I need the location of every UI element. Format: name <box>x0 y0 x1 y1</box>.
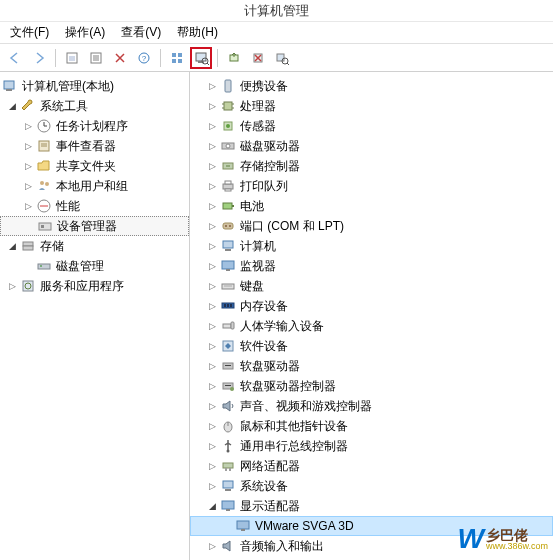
device-computer[interactable]: ▷计算机 <box>190 236 553 256</box>
device-usb[interactable]: ▷通用串行总线控制器 <box>190 436 553 456</box>
device-mice[interactable]: ▷鼠标和其他指针设备 <box>190 416 553 436</box>
device-sound[interactable]: ▷声音、视频和游戏控制器 <box>190 396 553 416</box>
expander-icon[interactable]: ▷ <box>206 300 218 312</box>
up-button[interactable] <box>61 47 83 69</box>
svg-rect-67 <box>224 304 226 307</box>
expander-icon[interactable]: ▷ <box>206 80 218 92</box>
tree-shared-folders[interactable]: ▷共享文件夹 <box>0 156 189 176</box>
expander-icon[interactable]: ▷ <box>206 180 218 192</box>
floppy-drive-icon <box>220 358 236 374</box>
tree-device-manager[interactable]: 设备管理器 <box>0 216 189 236</box>
device-floppy-controllers[interactable]: ▷软盘驱动器控制器 <box>190 376 553 396</box>
expander-icon[interactable]: ▷ <box>206 380 218 392</box>
show-hidden-button[interactable] <box>190 47 212 69</box>
expander-icon[interactable]: ▷ <box>206 320 218 332</box>
nav-back-button[interactable] <box>4 47 26 69</box>
expander-icon[interactable]: ▷ <box>206 360 218 372</box>
device-software[interactable]: ▷软件设备 <box>190 336 553 356</box>
tree-root-computer-management[interactable]: 计算机管理(本地) <box>0 76 189 96</box>
svg-rect-87 <box>226 509 230 511</box>
svg-rect-63 <box>226 269 230 271</box>
svg-rect-55 <box>223 203 232 209</box>
sensor-icon <box>220 118 236 134</box>
device-floppy-drives[interactable]: ▷软盘驱动器 <box>190 356 553 376</box>
device-hid[interactable]: ▷人体学输入设备 <box>190 316 553 336</box>
expander-icon[interactable]: ▷ <box>206 540 218 552</box>
tree-performance[interactable]: ▷性能 <box>0 196 189 216</box>
svg-rect-83 <box>229 468 231 471</box>
device-ports[interactable]: ▷端口 (COM 和 LPT) <box>190 216 553 236</box>
expander-icon[interactable]: ▷ <box>206 240 218 252</box>
expander-icon[interactable]: ◢ <box>6 100 18 112</box>
update-driver-button[interactable] <box>223 47 245 69</box>
printer-icon <box>220 178 236 194</box>
expander-icon[interactable]: ▷ <box>206 220 218 232</box>
uninstall-button[interactable] <box>247 47 269 69</box>
device-processors[interactable]: ▷处理器 <box>190 96 553 116</box>
menu-view[interactable]: 查看(V) <box>113 22 169 43</box>
svg-rect-33 <box>39 223 51 230</box>
tree-disk-mgmt[interactable]: 磁盘管理 <box>0 256 189 276</box>
svg-point-59 <box>229 225 231 227</box>
expander-icon[interactable]: ▷ <box>22 160 34 172</box>
expander-icon[interactable]: ▷ <box>206 160 218 172</box>
device-memory[interactable]: ▷内存设备 <box>190 296 553 316</box>
watermark-logo-icon: W <box>458 523 482 555</box>
menu-action[interactable]: 操作(A) <box>57 22 113 43</box>
device-print-queue[interactable]: ▷打印队列 <box>190 176 553 196</box>
menu-file[interactable]: 文件(F) <box>2 22 57 43</box>
expander-icon[interactable]: ▷ <box>206 200 218 212</box>
tile-button[interactable] <box>166 47 188 69</box>
device-portable[interactable]: ▷便携设备 <box>190 76 553 96</box>
device-display-adapters[interactable]: ◢显示适配器 <box>190 496 553 516</box>
svg-rect-70 <box>223 324 231 328</box>
tree-local-users[interactable]: ▷本地用户和组 <box>0 176 189 196</box>
svg-point-80 <box>227 450 230 453</box>
tree-services[interactable]: ▷服务和应用程序 <box>0 276 189 296</box>
scan-button[interactable] <box>271 47 293 69</box>
expander-icon[interactable]: ▷ <box>206 340 218 352</box>
expander-icon[interactable]: ▷ <box>206 120 218 132</box>
tree-event-viewer[interactable]: ▷事件查看器 <box>0 136 189 156</box>
expander-icon[interactable]: ▷ <box>206 280 218 292</box>
window-title: 计算机管理 <box>0 0 553 22</box>
tree-task-scheduler[interactable]: ▷任务计划程序 <box>0 116 189 136</box>
svg-rect-1 <box>69 56 75 61</box>
watermark-url: www.386w.com <box>486 542 548 551</box>
tree-system-tools[interactable]: ◢系统工具 <box>0 96 189 116</box>
expander-icon[interactable]: ▷ <box>6 280 18 292</box>
delete-button[interactable] <box>109 47 131 69</box>
expander-icon[interactable]: ▷ <box>206 100 218 112</box>
expander-icon[interactable]: ▷ <box>22 120 34 132</box>
help-button[interactable]: ? <box>133 47 155 69</box>
svg-rect-82 <box>225 468 227 471</box>
nav-forward-button[interactable] <box>28 47 50 69</box>
expander-icon[interactable]: ▷ <box>206 260 218 272</box>
properties-button[interactable] <box>85 47 107 69</box>
device-disk-drives[interactable]: ▷磁盘驱动器 <box>190 136 553 156</box>
expander-icon[interactable]: ▷ <box>206 420 218 432</box>
expander-icon[interactable]: ▷ <box>206 460 218 472</box>
expander-icon[interactable]: ▷ <box>206 440 218 452</box>
svg-point-48 <box>226 124 230 128</box>
menu-help[interactable]: 帮助(H) <box>169 22 226 43</box>
tree-storage[interactable]: ◢存储 <box>0 236 189 256</box>
svg-rect-9 <box>178 53 182 57</box>
svg-rect-53 <box>225 181 231 184</box>
expander-icon[interactable]: ▷ <box>206 140 218 152</box>
expander-icon[interactable]: ◢ <box>6 240 18 252</box>
expander-icon[interactable]: ▷ <box>22 140 34 152</box>
expander-icon[interactable]: ▷ <box>22 200 34 212</box>
device-monitors[interactable]: ▷监视器 <box>190 256 553 276</box>
device-sensors[interactable]: ▷传感器 <box>190 116 553 136</box>
device-system[interactable]: ▷系统设备 <box>190 476 553 496</box>
device-batteries[interactable]: ▷电池 <box>190 196 553 216</box>
expander-icon[interactable]: ◢ <box>206 500 218 512</box>
device-storage-controllers[interactable]: ▷存储控制器 <box>190 156 553 176</box>
device-network[interactable]: ▷网络适配器 <box>190 456 553 476</box>
device-keyboards[interactable]: ▷键盘 <box>190 276 553 296</box>
expander-icon[interactable]: ▷ <box>22 180 34 192</box>
expander-icon[interactable]: ▷ <box>206 400 218 412</box>
expander-icon[interactable]: ▷ <box>206 480 218 492</box>
svg-rect-60 <box>223 241 233 248</box>
